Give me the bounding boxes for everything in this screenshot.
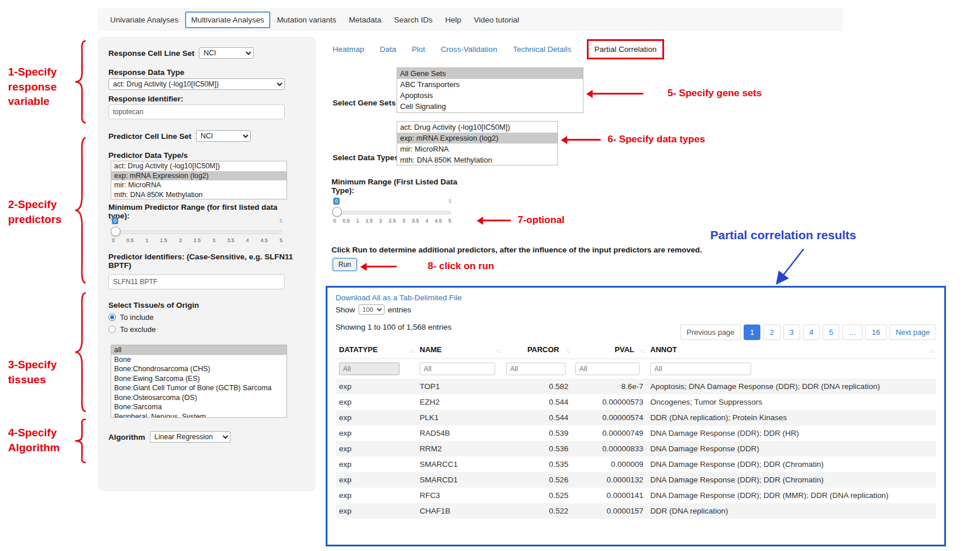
slider-handle[interactable] bbox=[111, 227, 120, 236]
page-button-16[interactable]: 16 bbox=[865, 324, 886, 340]
select-gene-sets-label: Select Gene Sets bbox=[333, 99, 396, 107]
tab-data[interactable]: Data bbox=[380, 45, 397, 54]
predictor-data-type-option[interactable]: mir: MicroRNA bbox=[111, 180, 287, 190]
cell-parcor: 0.525 bbox=[503, 488, 572, 503]
filter-parcor-input[interactable] bbox=[506, 363, 566, 375]
page-button-3[interactable]: 3 bbox=[783, 324, 800, 340]
slider-handle[interactable] bbox=[332, 207, 342, 217]
col-header-annot[interactable]: ANNOT bbox=[647, 341, 936, 359]
data-type-option[interactable]: act: Drug Activity (-log10[IC50M]) bbox=[397, 122, 557, 133]
tab-cross-validation[interactable]: Cross-Validation bbox=[441, 45, 497, 54]
table-row[interactable]: exp PLK1 0.544 0.00000574 DDR (DNA repli… bbox=[336, 410, 936, 425]
tissue-option[interactable]: Peripheral_Nervous_System bbox=[111, 412, 287, 418]
predictor-data-types-listbox[interactable]: act: Drug Activity (-log10[IC50M]) exp: … bbox=[111, 161, 287, 199]
table-row[interactable]: exp CHAF1B 0.522 0.0000157 DDR (DNA repl… bbox=[336, 503, 936, 519]
response-cell-line-select[interactable]: NCI bbox=[199, 47, 254, 59]
cell-name: RAD54B bbox=[416, 425, 503, 441]
table-row[interactable]: exp TOP1 0.582 8.6e-7 Apoptosis; DNA Dam… bbox=[336, 379, 936, 394]
cell-name: RRM2 bbox=[416, 441, 503, 456]
tissue-option[interactable]: Bone:Sarcoma bbox=[111, 402, 287, 412]
tissue-exclude-radio[interactable]: To exclude bbox=[108, 325, 307, 334]
col-header-datatype[interactable]: DATATYPE bbox=[336, 341, 416, 359]
min-predictor-range-slider[interactable]: 0 5 0 0.5 1 1.5 2 2.5 3 3.5 4 4.5 5 bbox=[112, 225, 282, 250]
filter-name-input[interactable] bbox=[420, 363, 495, 375]
sort-icon[interactable] bbox=[565, 345, 570, 354]
tab-partial-correlation[interactable]: Partial Correlation bbox=[587, 39, 664, 59]
data-type-option[interactable]: mir: MicroRNA bbox=[397, 144, 557, 154]
tissue-listbox[interactable]: all Bone Bone:Chondrosarcoma (CHS) Bone:… bbox=[111, 345, 287, 418]
col-header-pval[interactable]: PVAL bbox=[572, 341, 647, 359]
sort-icon[interactable] bbox=[929, 345, 934, 354]
gene-sets-listbox[interactable]: All Gene Sets ABC Transporters Apoptosis… bbox=[397, 67, 583, 113]
response-data-type-select[interactable]: act: Drug Activity (-log10[IC50M]) bbox=[108, 78, 285, 90]
cell-pval: 0.0000157 bbox=[572, 503, 647, 519]
download-tab-delimited-link[interactable]: Download All as a Tab-Delimited File bbox=[336, 293, 462, 302]
red-arrow-gene-sets bbox=[593, 93, 643, 95]
table-row[interactable]: exp RAD54B 0.539 0.00000749 DNA Damage R… bbox=[336, 425, 936, 441]
nav-multivariate-analyses[interactable]: Multivariate Analyses bbox=[185, 12, 271, 28]
col-header-parcor[interactable]: PARCOR bbox=[503, 341, 572, 359]
next-page-button[interactable]: Next page bbox=[889, 324, 936, 340]
cell-parcor: 0.544 bbox=[503, 394, 572, 410]
run-button[interactable]: Run bbox=[333, 258, 357, 271]
tab-technical-details[interactable]: Technical Details bbox=[513, 45, 571, 54]
table-row[interactable]: exp RFC3 0.525 0.0000141 DNA Damage Resp… bbox=[336, 488, 936, 503]
tick-label: 4.5 bbox=[261, 237, 268, 243]
page-size-select[interactable]: 100 bbox=[359, 304, 385, 315]
filter-pval-input[interactable] bbox=[575, 363, 640, 375]
tissue-option[interactable]: Bone:Chondrosarcoma (CHS) bbox=[111, 364, 287, 374]
col-header-label: PARCOR bbox=[527, 345, 559, 354]
min-range-slider[interactable]: 0 5 0 0.5 1 1.5 2 2.5 3 3.5 4 4.5 5 bbox=[333, 205, 451, 231]
sort-icon[interactable] bbox=[409, 345, 414, 354]
nav-univariate-analyses[interactable]: Univariate Analyses bbox=[104, 12, 185, 28]
table-row[interactable]: exp SMARCC1 0.535 0.000009 DNA Damage Re… bbox=[336, 456, 936, 472]
nav-video-tutorial[interactable]: Video tutorial bbox=[468, 12, 526, 28]
page-button-2[interactable]: 2 bbox=[763, 324, 780, 340]
tissue-option[interactable]: all bbox=[111, 345, 287, 355]
table-row[interactable]: exp SMARCD1 0.526 0.0000132 DNA Damage R… bbox=[336, 472, 936, 488]
tab-heatmap[interactable]: Heatmap bbox=[333, 45, 364, 54]
tissue-option[interactable]: Bone:Giant Cell Tumor of Bone (GCTB) Sar… bbox=[111, 383, 287, 393]
tab-plot[interactable]: Plot bbox=[412, 45, 425, 54]
gene-set-option[interactable]: ABC Transporters bbox=[397, 79, 583, 90]
tissue-option[interactable]: Bone:Osteosarcoma (OS) bbox=[111, 393, 287, 403]
algorithm-select[interactable]: Linear Regression bbox=[150, 431, 231, 443]
cell-annot: DNA Damage Response (DDR); DDR (Chromati… bbox=[647, 456, 936, 472]
gene-set-option[interactable]: All Gene Sets bbox=[397, 68, 583, 79]
filter-datatype-input[interactable] bbox=[339, 363, 399, 375]
tissue-option[interactable]: Bone:Ewing Sarcoma (ES) bbox=[111, 374, 287, 384]
sort-icon[interactable] bbox=[496, 345, 501, 354]
nav-search-ids[interactable]: Search IDs bbox=[387, 12, 439, 28]
filter-annot-input[interactable] bbox=[650, 363, 751, 375]
data-type-option[interactable]: exp: mRNA Expression (log2) bbox=[397, 133, 557, 144]
nav-mutation-variants[interactable]: Mutation variants bbox=[270, 12, 342, 28]
response-cell-line-label: Response Cell Line Set bbox=[108, 49, 194, 58]
table-row[interactable]: exp EZH2 0.544 0.00000573 Oncogenes; Tum… bbox=[336, 394, 936, 410]
page-button-1[interactable]: 1 bbox=[744, 324, 760, 340]
data-type-option[interactable]: mth: DNA 850K Methylation bbox=[397, 154, 557, 165]
gene-set-option[interactable]: Cell Signaling bbox=[397, 101, 583, 112]
nav-help[interactable]: Help bbox=[439, 12, 468, 28]
data-types-listbox[interactable]: act: Drug Activity (-log10[IC50M]) exp: … bbox=[397, 121, 558, 165]
gene-set-option[interactable]: Apoptosis bbox=[397, 90, 583, 101]
page-button-4[interactable]: 4 bbox=[803, 324, 820, 340]
previous-page-button[interactable]: Previous page bbox=[680, 324, 741, 340]
table-row[interactable]: exp RRM2 0.536 0.00000833 DNA Damage Res… bbox=[336, 441, 936, 456]
predictor-identifiers-input[interactable] bbox=[108, 274, 285, 289]
predictor-cell-line-select[interactable]: NCI bbox=[196, 130, 251, 142]
predictor-data-type-option[interactable]: exp: mRNA Expression (log2) bbox=[111, 171, 287, 181]
tissue-option[interactable]: Bone bbox=[111, 355, 287, 365]
response-identifier-input[interactable] bbox=[108, 104, 285, 119]
predictor-data-type-option[interactable]: mth: DNA 850K Methylation bbox=[111, 190, 287, 200]
radio-checked-icon bbox=[108, 314, 116, 321]
slider-track[interactable] bbox=[112, 231, 282, 234]
brace-step2 bbox=[73, 135, 88, 286]
predictor-data-type-option[interactable]: act: Drug Activity (-log10[IC50M]) bbox=[111, 161, 287, 171]
col-header-name[interactable]: NAME bbox=[416, 341, 503, 359]
slider-track[interactable] bbox=[333, 211, 451, 214]
tissue-include-radio[interactable]: To include bbox=[108, 313, 307, 322]
page-button-5[interactable]: 5 bbox=[823, 324, 839, 340]
annotation-step8: 8- click on run bbox=[428, 261, 494, 272]
sort-icon[interactable] bbox=[640, 345, 645, 354]
nav-metadata[interactable]: Metadata bbox=[342, 12, 387, 28]
